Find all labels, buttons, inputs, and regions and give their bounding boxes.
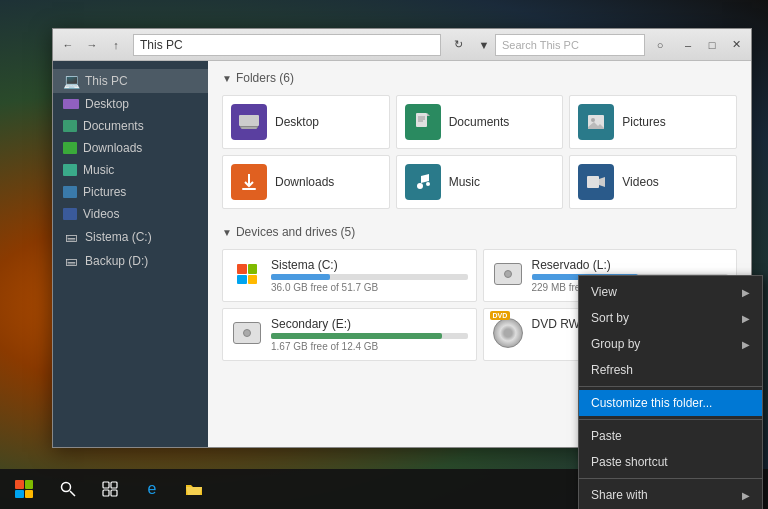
drive-sistema-info: Sistema (C:) 36.0 GB free of 51.7 GB xyxy=(271,258,468,293)
videos-icon xyxy=(63,208,77,220)
folders-chevron: ▼ xyxy=(222,73,232,84)
drive-sistema-size: 36.0 GB free of 51.7 GB xyxy=(271,282,468,293)
folder-documents[interactable]: Documents xyxy=(396,95,564,149)
downloads-icon xyxy=(63,142,77,154)
drive-secondary-bar xyxy=(271,333,442,339)
drive-reservado-name: Reservado (L:) xyxy=(532,258,729,272)
sidebar-item-desktop[interactable]: Desktop xyxy=(53,93,208,115)
svg-point-12 xyxy=(417,183,423,189)
close-button[interactable]: ✕ xyxy=(725,34,747,56)
svg-rect-19 xyxy=(111,482,117,488)
search-box[interactable]: Search This PC xyxy=(495,34,645,56)
hdd-d-icon: 🖴 xyxy=(63,253,79,269)
folder-desktop-icon xyxy=(231,104,267,140)
drive-sistema-bar-container xyxy=(271,274,468,280)
sidebar-item-sistema[interactable]: 🖴 Sistema (C:) xyxy=(53,225,208,249)
ctx-group-by-arrow: ▶ xyxy=(742,339,750,350)
up-button[interactable]: ↑ xyxy=(105,34,127,56)
breadcrumb[interactable]: This PC xyxy=(133,34,441,56)
title-bar: ← → ↑ This PC ↻ ▼ Search This PC ○ – □ ✕ xyxy=(53,29,751,61)
taskbar-search[interactable] xyxy=(48,469,88,509)
drive-secondary-info: Secondary (E:) 1.67 GB free of 12.4 GB xyxy=(271,317,468,352)
ctx-separator-1 xyxy=(579,386,762,387)
folders-section-header: ▼ Folders (6) xyxy=(222,71,737,85)
svg-rect-2 xyxy=(241,127,257,129)
folder-videos[interactable]: Videos xyxy=(569,155,737,209)
folder-desktop[interactable]: Desktop xyxy=(222,95,390,149)
taskbar-task-view[interactable] xyxy=(90,469,130,509)
ctx-group-by-label: Group by xyxy=(591,337,640,351)
sidebar-item-label: Backup (D:) xyxy=(85,254,148,268)
folder-downloads-icon xyxy=(231,164,267,200)
svg-rect-18 xyxy=(103,482,109,488)
folder-videos-label: Videos xyxy=(622,175,658,189)
folder-documents-label: Documents xyxy=(449,115,510,129)
svg-rect-1 xyxy=(239,115,259,126)
music-icon xyxy=(63,164,77,176)
drives-section-header: ▼ Devices and drives (5) xyxy=(222,225,737,239)
svg-marker-15 xyxy=(599,177,605,187)
ctx-paste-shortcut-label: Paste shortcut xyxy=(591,455,668,469)
ctx-paste-shortcut[interactable]: Paste shortcut xyxy=(579,449,762,475)
ctx-sort-by[interactable]: Sort by ▶ xyxy=(579,305,762,331)
sidebar-item-backup[interactable]: 🖴 Backup (D:) xyxy=(53,249,208,273)
folder-downloads[interactable]: Downloads xyxy=(222,155,390,209)
maximize-button[interactable]: □ xyxy=(701,34,723,56)
sidebar-item-label: Videos xyxy=(83,207,119,221)
folder-desktop-label: Desktop xyxy=(275,115,319,129)
computer-icon: 💻 xyxy=(63,73,79,89)
start-button[interactable] xyxy=(0,469,48,509)
drive-sistema[interactable]: Sistema (C:) 36.0 GB free of 51.7 GB xyxy=(222,249,477,302)
taskbar-ie[interactable]: e xyxy=(132,469,172,509)
sidebar-item-documents[interactable]: Documents xyxy=(53,115,208,137)
svg-marker-4 xyxy=(427,113,430,116)
folder-music-icon xyxy=(405,164,441,200)
dvd-disc xyxy=(493,318,523,348)
ctx-customize[interactable]: Customize this folder... xyxy=(579,390,762,416)
refresh-btn[interactable]: ↻ xyxy=(447,34,469,56)
sidebar-item-this-pc[interactable]: 💻 This PC xyxy=(53,69,208,93)
ctx-share-with[interactable]: Share with ▶ xyxy=(579,482,762,508)
ctx-view[interactable]: View ▶ xyxy=(579,279,762,305)
taskbar-icons: e xyxy=(48,469,607,509)
forward-button[interactable]: → xyxy=(81,34,103,56)
sidebar-item-pictures[interactable]: Pictures xyxy=(53,181,208,203)
ctx-group-by[interactable]: Group by ▶ xyxy=(579,331,762,357)
ctx-refresh[interactable]: Refresh xyxy=(579,357,762,383)
sidebar-item-label: Documents xyxy=(83,119,144,133)
hdd-c-icon: 🖴 xyxy=(63,229,79,245)
back-button[interactable]: ← xyxy=(57,34,79,56)
nav-buttons: ← → ↑ xyxy=(57,34,127,56)
ctx-separator-2 xyxy=(579,419,762,420)
taskbar-explorer[interactable] xyxy=(174,469,214,509)
drive-secondary-name: Secondary (E:) xyxy=(271,317,468,331)
documents-icon xyxy=(63,120,77,132)
ctx-share-with-label: Share with xyxy=(591,488,648,502)
pictures-icon xyxy=(63,186,77,198)
search-icon[interactable]: ○ xyxy=(649,34,671,56)
minimize-button[interactable]: – xyxy=(677,34,699,56)
folder-downloads-label: Downloads xyxy=(275,175,334,189)
ctx-share-with-arrow: ▶ xyxy=(742,490,750,501)
folder-videos-icon xyxy=(578,164,614,200)
folder-music[interactable]: Music xyxy=(396,155,564,209)
drive-secondary[interactable]: Secondary (E:) 1.67 GB free of 12.4 GB xyxy=(222,308,477,361)
folder-documents-icon xyxy=(405,104,441,140)
ctx-sort-by-label: Sort by xyxy=(591,311,629,325)
folder-pictures[interactable]: Pictures xyxy=(569,95,737,149)
sidebar-item-music[interactable]: Music xyxy=(53,159,208,181)
drive-secondary-size: 1.67 GB free of 12.4 GB xyxy=(271,341,468,352)
window-controls: – □ ✕ xyxy=(677,34,747,56)
svg-point-16 xyxy=(62,483,71,492)
sidebar-item-videos[interactable]: Videos xyxy=(53,203,208,225)
sidebar-item-label: Pictures xyxy=(83,185,126,199)
drive-secondary-icon xyxy=(231,317,263,349)
ctx-paste[interactable]: Paste xyxy=(579,423,762,449)
breadcrumb-text: This PC xyxy=(140,38,183,52)
sidebar-item-downloads[interactable]: Downloads xyxy=(53,137,208,159)
sidebar-item-label: This PC xyxy=(85,74,128,88)
down-btn[interactable]: ▼ xyxy=(473,34,495,56)
search-placeholder: Search This PC xyxy=(502,39,579,51)
svg-line-17 xyxy=(70,491,75,496)
svg-rect-3 xyxy=(416,113,427,127)
